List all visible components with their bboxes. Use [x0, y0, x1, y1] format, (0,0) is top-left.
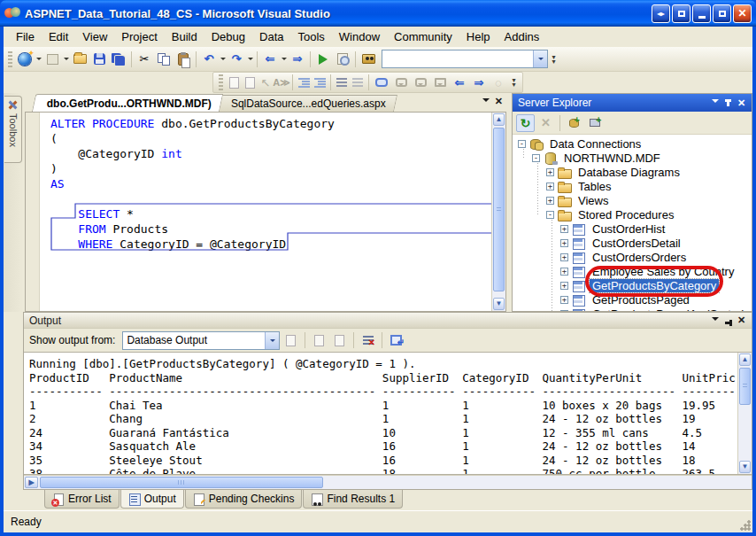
expander-icon[interactable]: -	[518, 140, 526, 148]
tree-item-data-connections[interactable]: -Data Connections	[513, 136, 752, 151]
output-source-dropdown-icon[interactable]	[265, 332, 279, 349]
toolbar-overflow-icon[interactable]: ▾▾	[508, 73, 520, 92]
undo-dropdown[interactable]	[219, 50, 227, 69]
window-position-dropdown-icon[interactable]	[708, 97, 721, 108]
titlebar[interactable]: ASPNET_Data_Tutorial_48_CS - Microsoft V…	[0, 0, 756, 27]
scrollbar-thumb[interactable]	[40, 477, 323, 488]
table-document-icon[interactable]	[226, 74, 242, 91]
bubble-icon[interactable]	[391, 73, 411, 92]
refresh-icon[interactable]: ↻	[516, 114, 535, 132]
bubble-alt-icon[interactable]	[411, 73, 430, 92]
add-item-icon[interactable]	[42, 50, 62, 69]
close-document-icon[interactable]: ✕	[495, 96, 503, 107]
tab-error-list[interactable]: Error List	[44, 490, 120, 509]
menu-help[interactable]: Help	[459, 27, 498, 46]
open-file-icon[interactable]	[70, 50, 89, 69]
menu-edit[interactable]: Edit	[42, 27, 75, 46]
connect-to-database-icon[interactable]	[565, 114, 583, 132]
tree-item-getproductsbycategory[interactable]: +GetProductsByCategory	[513, 278, 752, 292]
resize-grip[interactable]	[739, 519, 751, 531]
rounded-rectangle-icon[interactable]	[372, 73, 391, 92]
tab-pending-checkins[interactable]: Pending Checkins	[185, 490, 303, 509]
lasso-icon[interactable]: ◌	[489, 73, 508, 92]
tree-item-views[interactable]: +Views	[513, 193, 752, 207]
tree-item-employee-sales-by-country[interactable]: +Employee Sales by Country	[513, 264, 752, 278]
toolbar-overflow-icon[interactable]: ▾▾	[548, 50, 559, 69]
copy-icon[interactable]	[154, 50, 174, 69]
scrollbar-thumb[interactable]	[739, 368, 751, 405]
find-combobox[interactable]	[382, 50, 548, 68]
expander-icon[interactable]: +	[560, 296, 568, 304]
document-arrow-right-icon[interactable]: ⇒	[469, 73, 489, 92]
pointer-document-icon[interactable]	[242, 74, 258, 91]
expander-icon[interactable]: -	[546, 211, 554, 219]
menu-window[interactable]: Window	[332, 27, 387, 46]
auto-hide-pin-icon[interactable]	[721, 315, 735, 326]
navigate-backward-icon[interactable]: ⇐	[260, 50, 280, 69]
scroll-up-icon[interactable]: ▲	[739, 353, 751, 366]
menu-tools[interactable]: Tools	[290, 27, 331, 46]
tree-item-custordersdetail[interactable]: +CustOrdersDetail	[513, 236, 752, 250]
server-explorer-titlebar[interactable]: Server Explorer ✕	[513, 94, 752, 112]
tree-item-custordersorders[interactable]: +CustOrdersOrders	[513, 250, 752, 264]
paste-icon[interactable]	[174, 50, 193, 69]
tab-output[interactable]: Output	[120, 490, 184, 509]
new-web-site-dropdown[interactable]	[35, 50, 42, 69]
start-debugging-icon[interactable]	[313, 50, 333, 69]
menu-community[interactable]: Community	[387, 27, 459, 46]
output-source-combobox[interactable]: Database Output	[122, 331, 280, 350]
tree-item-getproductspagedandsorted[interactable]: +GetProductsPagedAndSorted	[513, 307, 752, 311]
tree-item-database-diagrams[interactable]: +Database Diagrams	[513, 165, 752, 179]
find-message-in-code-icon[interactable]	[282, 331, 300, 349]
save-icon[interactable]	[89, 50, 109, 69]
menu-debug[interactable]: Debug	[204, 27, 252, 46]
font-change-icon[interactable]: A≫	[274, 74, 289, 91]
clear-all-icon[interactable]	[359, 331, 377, 349]
new-web-site-icon[interactable]	[15, 50, 35, 69]
expander-icon[interactable]: -	[532, 154, 540, 162]
tab-find-results-1[interactable]: Find Results 1	[303, 490, 403, 509]
expander-icon[interactable]: +	[560, 253, 568, 261]
scroll-right-icon[interactable]: ▶	[25, 477, 38, 488]
output-source-value[interactable]: Database Output	[123, 334, 265, 346]
cut-icon[interactable]: ✂	[135, 50, 154, 69]
expander-icon[interactable]: +	[560, 310, 568, 312]
toolbar-grip[interactable]	[219, 74, 223, 90]
tab-sqldatasource-aspx[interactable]: SqlDataSource...edQueries.aspx	[216, 95, 397, 112]
close-panel-icon[interactable]: ✕	[735, 97, 748, 109]
menu-data[interactable]: Data	[252, 27, 290, 46]
indent-icon[interactable]	[312, 74, 328, 91]
window-float-icon[interactable]: ◂▸	[652, 4, 670, 23]
output-titlebar[interactable]: Output ✕	[24, 313, 752, 329]
output-horizontal-scrollbar[interactable]: ◀ ▶	[24, 475, 752, 489]
navigate-forward-icon[interactable]: ⇒	[288, 50, 307, 69]
menu-project[interactable]: Project	[114, 27, 164, 46]
expander-icon[interactable]: +	[546, 183, 554, 190]
navigate-backward-dropdown[interactable]	[280, 50, 288, 69]
auto-hide-pin-icon[interactable]	[721, 97, 735, 108]
view-in-browser-icon[interactable]	[333, 50, 352, 69]
document-list-dropdown-icon[interactable]	[482, 97, 490, 107]
menu-view[interactable]: View	[75, 27, 114, 46]
redo-icon[interactable]: ↷	[227, 50, 246, 69]
expander-icon[interactable]: +	[560, 225, 568, 233]
tree-item-northwnd-mdf[interactable]: -NORTHWND.MDF	[513, 151, 752, 165]
expander-icon[interactable]: +	[546, 197, 554, 205]
editor-vertical-scrollbar[interactable]: ▲ ▼	[491, 113, 505, 311]
menu-build[interactable]: Build	[165, 27, 204, 46]
window-position-dropdown-icon[interactable]	[708, 315, 721, 326]
outdent-icon[interactable]	[296, 74, 312, 91]
menu-addins[interactable]: Addins	[498, 27, 547, 46]
tree-item-tables[interactable]: +Tables	[513, 179, 752, 193]
toggle-word-wrap-icon[interactable]	[387, 331, 405, 349]
redo-dropdown[interactable]	[246, 50, 254, 69]
output-vertical-scrollbar[interactable]: ▲ ▼	[737, 353, 752, 474]
output-console[interactable]: Running [dbo].[GetProductsByCategory] ( …	[24, 352, 752, 475]
expander-icon[interactable]: +	[560, 282, 568, 290]
list-undo-icon[interactable]	[350, 74, 366, 91]
scrollbar-thumb[interactable]	[493, 128, 505, 291]
tab-stored-procedure[interactable]: dbo.GetProdu...ORTHWND.MDF)	[32, 94, 223, 112]
tree-item-getproductspaged[interactable]: +GetProductsPaged	[513, 292, 752, 307]
toolbar-grip[interactable]	[8, 51, 12, 67]
delete-icon[interactable]: ✕	[536, 114, 555, 132]
